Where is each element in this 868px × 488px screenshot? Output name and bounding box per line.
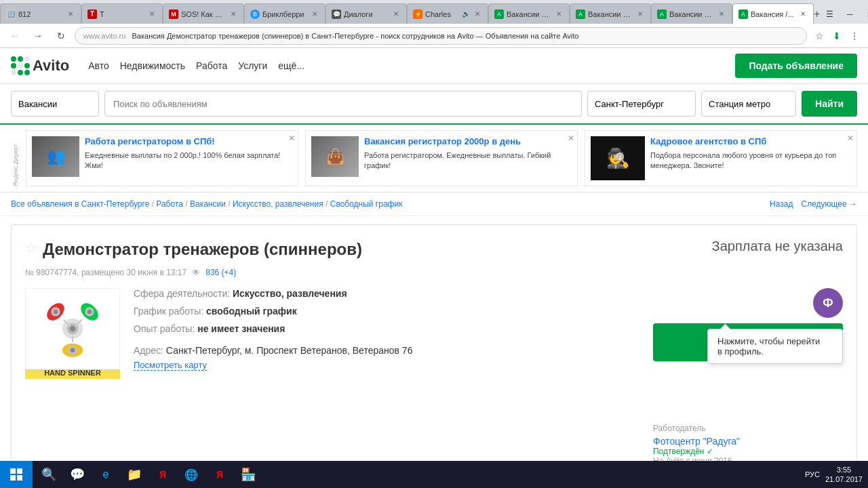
start-button[interactable] [0, 461, 33, 488]
window-controls: ☰ ─ □ ✕ [820, 5, 868, 24]
employer-name[interactable]: Фотоцентр "Радуга" [653, 436, 843, 447]
address-bar: ← → ↻ www.avito.ru Вакансия Демонстратор… [0, 24, 868, 48]
ad-content-2: Вакансия регистратор 2000р в день Работа… [364, 136, 572, 180]
taskbar: 🔍 💬 e 📁 Я 🌐 Я 🏪 РУС 3:55 21.07.2017 [0, 461, 868, 488]
taskbar-lang: РУС [805, 470, 820, 479]
nav-next[interactable]: Следующее → [802, 199, 858, 209]
tab-close[interactable]: ✕ [66, 9, 75, 19]
nav-realty[interactable]: Недвижимость [120, 60, 185, 71]
tab-close[interactable]: ✕ [635, 9, 645, 19]
taskbar-search[interactable]: 🔍 [35, 461, 62, 488]
settings-icon[interactable]: ⋮ [846, 28, 863, 44]
minimize-button[interactable]: ─ [840, 5, 859, 24]
taskbar-edge[interactable]: e [92, 461, 119, 488]
breadcrumb-sep4: / [326, 199, 330, 209]
tab-close[interactable]: ✕ [147, 9, 157, 19]
ad-close-3[interactable]: ✕ [847, 134, 854, 143]
tab-close[interactable]: ✕ [717, 9, 726, 19]
taskbar-chrome[interactable]: 🌐 [178, 461, 205, 488]
tab-close[interactable]: ✕ [798, 9, 808, 19]
svg-point-13 [71, 348, 75, 353]
tab-label: Вакансии в С... [507, 10, 551, 18]
ad-title-2[interactable]: Вакансия регистратор 2000р в день [364, 136, 572, 148]
new-tab-button[interactable]: + [814, 5, 820, 24]
taskbar-yandex2[interactable]: Я [206, 461, 233, 488]
ad-close-2[interactable]: ✕ [568, 134, 574, 143]
search-button[interactable]: Найти [802, 91, 857, 117]
tab-close[interactable]: ✕ [310, 9, 319, 19]
tab-vak3[interactable]: A Вакансии худ... ✕ [651, 3, 732, 24]
refresh-button[interactable]: ↻ [52, 26, 71, 45]
ad-close-1[interactable]: ✕ [288, 134, 295, 143]
ad-title-1[interactable]: Работа регистратором в СПб! [85, 136, 292, 148]
nav-back[interactable]: Назад [770, 199, 793, 209]
taskbar-cortana[interactable]: 💬 [64, 461, 91, 488]
city-select[interactable]: Санкт-Петербург [587, 91, 696, 117]
breadcrumb-all[interactable]: Все объявления в Санкт-Петербурге [11, 199, 149, 209]
tab-dialogi[interactable]: 💬 Диалоги ✕ [326, 3, 407, 24]
schedule-value: свободный график [206, 306, 297, 317]
maximize-button[interactable]: □ [861, 5, 868, 24]
ads-area: Яндекс.Директ ✕ 👥 Работа регистратором в… [0, 125, 868, 192]
tab-close[interactable]: ✕ [473, 9, 482, 19]
sphere-value: Искусство, развлечения [233, 288, 347, 299]
tab-close[interactable]: ✕ [229, 9, 238, 19]
tab-label: Диалоги [344, 10, 389, 18]
tab-favicon: A [494, 9, 504, 19]
tab-bar: 🔢 812 ✕ Т Т ✕ M SOS! Как убр... ✕ B Брик… [0, 0, 868, 24]
category-select[interactable]: Вакансии [11, 91, 99, 117]
tab-label: Charles [425, 10, 459, 18]
tab-charles[interactable]: ⚡ Charles 🔊 ✕ [407, 3, 488, 24]
search-input[interactable] [104, 91, 582, 117]
url-text: www.avito.ru Вакансия Демонстратор трена… [83, 32, 579, 40]
tab-favicon: B [250, 9, 260, 19]
tab-brikl[interactable]: B Бриклберри ✕ [244, 3, 326, 24]
menu-button[interactable]: ☰ [820, 5, 839, 24]
forward-button[interactable]: → [28, 26, 47, 45]
tab-812[interactable]: 🔢 812 ✕ [0, 3, 81, 24]
favorite-star[interactable]: ☆ [25, 240, 37, 256]
tab-vak-active[interactable]: A Вакансия /... ✕ [732, 3, 814, 24]
sphere-label: Сфера деятельности: [134, 288, 230, 299]
nav-more[interactable]: ещё... [278, 60, 304, 71]
profile-button[interactable]: Ф [813, 288, 843, 318]
ad-title-3[interactable]: Кадровое агентство в СПб [650, 136, 851, 148]
breadcrumb-vak[interactable]: Вакансии [190, 199, 226, 209]
svg-rect-18 [17, 475, 22, 481]
avito-logo: Avito [11, 56, 69, 75]
nav-auto[interactable]: Авто [88, 60, 109, 71]
tab-close[interactable]: ✕ [391, 9, 401, 19]
schedule-label: График работы: [134, 306, 203, 317]
tab-vak2[interactable]: A Вакансии без... ✕ [570, 3, 651, 24]
tab-t[interactable]: Т Т ✕ [81, 3, 163, 24]
tab-close[interactable]: ✕ [554, 9, 564, 19]
breadcrumb-art[interactable]: Искусство, развлечения [233, 199, 323, 209]
taskbar-store[interactable]: 🏪 [235, 461, 262, 488]
breadcrumb-nav: Назад Следующее → [770, 199, 857, 209]
breadcrumb-work[interactable]: Работа [156, 199, 183, 209]
download-icon[interactable]: ⬇ [829, 28, 845, 44]
ad-desc-1: Ежедневные выплаты по 2 000р.! 100% бела… [85, 150, 292, 171]
taskbar-yandex[interactable]: Я [149, 461, 176, 488]
url-bar[interactable]: www.avito.ru Вакансия Демонстратор трена… [75, 27, 807, 45]
search-bar: Вакансии Санкт-Петербург Станция метро Н… [0, 84, 868, 125]
employer-since: На Avito с июня 2016 [653, 456, 843, 461]
metro-select[interactable]: Станция метро [701, 91, 796, 117]
nav-services[interactable]: Услуги [238, 60, 267, 71]
breadcrumb-schedule[interactable]: Свободный график [330, 199, 403, 209]
experience-label: Опыт работы: [134, 323, 195, 334]
map-link[interactable]: Посмотреть карту [134, 360, 207, 371]
ad-image-1: 👥 [32, 136, 79, 177]
tab-favicon: Т [87, 9, 97, 19]
bookmark-icon[interactable]: ☆ [811, 28, 827, 44]
show-phone-button[interactable]: Показать 8... [653, 323, 843, 361]
views-count[interactable]: 836 (+4) [205, 268, 236, 277]
tab-vak1[interactable]: A Вакансии в С... ✕ [488, 3, 570, 24]
nav-work[interactable]: Работа [196, 60, 227, 71]
post-ad-button[interactable]: Подать объявление [735, 54, 857, 78]
back-button[interactable]: ← [5, 26, 24, 45]
tab-sos[interactable]: M SOS! Как убр... ✕ [163, 3, 244, 24]
taskbar-explorer[interactable]: 📁 [121, 461, 148, 488]
job-meta: № 980747774, размещено 30 июня в 13:17 👁… [25, 268, 843, 277]
svg-rect-16 [17, 468, 22, 474]
